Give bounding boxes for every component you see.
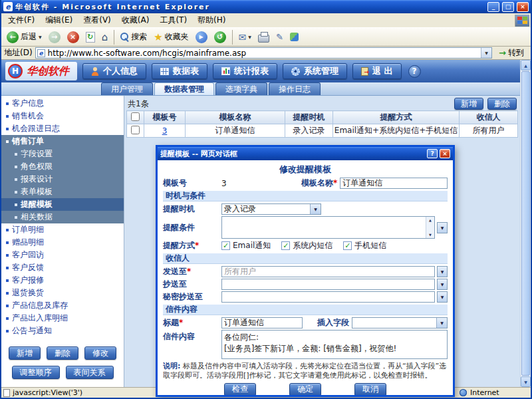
nav-system-admin[interactable]: 系统管理 <box>283 63 347 79</box>
sidebar-item-product-inventory[interactable]: 产品信息及库存 <box>1 299 124 312</box>
check-button[interactable]: 检查 <box>224 383 256 395</box>
send-to-picker-button[interactable]: ▼ <box>437 266 448 277</box>
help-button[interactable]: ? <box>408 65 421 78</box>
address-dropdown-icon[interactable]: ▼ <box>481 48 491 58</box>
menu-favorites[interactable]: 收藏(A) <box>116 13 155 27</box>
back-dropdown-icon[interactable]: ▼ <box>39 35 42 39</box>
dialog-help-button[interactable]: ? <box>427 149 438 158</box>
sidebar-item-field-settings[interactable]: 字段设置 <box>1 148 124 160</box>
sidebar-item-returns[interactable]: 退货换货 <box>1 287 124 299</box>
sidebar-item-reminder-templates[interactable]: 提醒模板 <box>1 198 124 211</box>
sidebar-item-customer-repairs[interactable]: 客户报修 <box>1 274 124 287</box>
sidebar-group-sales-orders[interactable]: 销售订单 <box>1 135 124 148</box>
media-button[interactable]: ▶ <box>193 31 210 44</box>
send-to-input[interactable] <box>221 266 435 277</box>
chevron-down-icon[interactable]: ▼ <box>436 318 447 328</box>
scrollbar-track[interactable] <box>521 70 531 376</box>
mail-body-textarea[interactable]: 各位同仁: [业务员]签下新订单，金额: [销售金额]，祝贺他! <box>221 330 448 359</box>
edit-button[interactable]: ✎ <box>273 31 286 43</box>
menu-help[interactable]: 帮助(H) <box>192 13 231 27</box>
sidebar-item-lead-log[interactable]: 机会跟进日志 <box>1 122 124 135</box>
sidebar-item-related-data[interactable]: 相关数据 <box>1 211 124 223</box>
scroll-down-icon[interactable]: ▼ <box>521 376 531 387</box>
template-name-input[interactable] <box>340 178 448 189</box>
sidebar-reorder-button[interactable]: 调整顺序 <box>12 366 60 379</box>
refresh-button[interactable]: ↻ <box>83 31 98 43</box>
ok-button[interactable]: 确定 <box>289 383 321 395</box>
internal-sms-checkbox[interactable]: ✓ <box>281 241 290 250</box>
row-select-checkbox[interactable] <box>131 126 140 134</box>
sidebar-item-role-permissions[interactable]: 角色权限 <box>1 160 124 173</box>
select-all-checkbox[interactable] <box>131 112 140 121</box>
tab-option-dictionary[interactable]: 选项字典 <box>215 82 267 95</box>
tab-table-management[interactable]: 数据表管理 <box>154 82 214 95</box>
template-id-link[interactable]: 3 <box>162 126 168 136</box>
sidebar-item-customer-feedback[interactable]: 客户反馈 <box>1 261 124 274</box>
internal-sms-checkbox-label[interactable]: 系统内短信 <box>293 240 332 251</box>
menu-tools[interactable]: 工具(T) <box>154 13 192 27</box>
menu-view[interactable]: 查看(V) <box>78 13 116 27</box>
menu-file[interactable]: 文件(F) <box>3 13 40 27</box>
subject-input[interactable] <box>221 317 303 329</box>
nav-data-tables[interactable]: 数据表 <box>152 63 207 79</box>
insert-field-select[interactable]: ▼ <box>352 317 448 329</box>
scroll-down-icon[interactable]: ▼ <box>429 233 432 237</box>
messenger-button[interactable] <box>287 32 301 42</box>
mobile-sms-checkbox-label[interactable]: 手机短信 <box>354 240 386 251</box>
timing-select[interactable]: 录入记录 ▼ <box>221 203 321 215</box>
delete-record-button[interactable]: 删除 <box>487 98 517 110</box>
nav-personal-info[interactable]: 个人信息 <box>82 63 146 79</box>
sidebar-item-stock-movements[interactable]: 产品出入库明细 <box>1 312 124 325</box>
bcc-picker-button[interactable]: ▼ <box>437 291 448 303</box>
back-button[interactable]: ← 后退 ▼ <box>4 31 45 44</box>
minimize-button[interactable]: _ <box>487 2 499 12</box>
email-checkbox[interactable]: ✓ <box>221 241 230 250</box>
print-button[interactable] <box>255 31 272 43</box>
nav-logout[interactable]: 退 出 <box>352 63 402 79</box>
address-input[interactable]: e http://www.hc-software.com/hcgis/mainf… <box>35 47 492 59</box>
scroll-up-icon[interactable]: ▲ <box>429 218 432 222</box>
mobile-sms-checkbox[interactable]: ✓ <box>343 241 352 250</box>
sidebar-item-report-design[interactable]: 报表设计 <box>1 173 124 186</box>
condition-picker-button[interactable]: ▼ <box>437 222 448 233</box>
sidebar-item-gift-details[interactable]: 赠品明细 <box>1 236 124 249</box>
dialog-close-button[interactable]: × <box>440 149 450 158</box>
sidebar-item-order-details[interactable]: 订单明细 <box>1 223 124 236</box>
scroll-up-icon[interactable]: ▲ <box>521 60 531 70</box>
chevron-down-icon[interactable]: ▼ <box>310 204 321 214</box>
condition-textarea[interactable] <box>221 216 435 239</box>
sidebar-item-customer-visits[interactable]: 客户回访 <box>1 249 124 261</box>
scrollbar-thumb[interactable] <box>521 71 530 376</box>
address-url[interactable]: http://www.hc-software.com/hcgis/mainfra… <box>48 49 478 58</box>
cancel-button[interactable]: 取消 <box>354 383 386 395</box>
mail-button[interactable]: ✉ ▼ <box>236 31 254 43</box>
sidebar-add-button[interactable]: 新增 <box>9 346 41 360</box>
sidebar-table-relations-button[interactable]: 表间关系 <box>66 366 114 379</box>
home-button[interactable]: ⌂ <box>99 31 111 44</box>
stop-button[interactable]: × <box>65 31 82 44</box>
tab-user-management[interactable]: 用户管理 <box>101 82 153 95</box>
sidebar-item-announcements[interactable]: 公告与通知 <box>1 325 124 337</box>
sidebar-modify-button[interactable]: 修改 <box>84 346 116 360</box>
cc-picker-button[interactable]: ▼ <box>437 279 448 290</box>
forward-button[interactable]: → <box>46 31 63 44</box>
sidebar-item-sales-leads[interactable]: 销售机会 <box>1 110 124 122</box>
sidebar-item-form-templates[interactable]: 表单模板 <box>1 186 124 198</box>
email-checkbox-label[interactable]: Email通知 <box>233 240 271 251</box>
sidebar-item-customer-info[interactable]: 客户信息 <box>1 97 124 110</box>
go-button[interactable]: → 转到 <box>495 47 528 59</box>
history-button[interactable]: ↺ <box>211 31 229 44</box>
menu-edit[interactable]: 编辑(E) <box>40 13 78 27</box>
page-scrollbar[interactable]: ▲ ▼ <box>520 60 531 387</box>
maximize-button[interactable]: □ <box>502 2 514 12</box>
bcc-input[interactable] <box>221 291 435 303</box>
favorites-button[interactable]: ★ 收藏夹 <box>151 31 191 44</box>
sidebar-delete-button[interactable]: 删除 <box>47 346 78 360</box>
mail-dropdown-icon[interactable]: ▼ <box>248 35 251 39</box>
tab-operation-log[interactable]: 操作日志 <box>269 82 321 95</box>
cc-input[interactable] <box>221 279 435 290</box>
add-record-button[interactable]: 新增 <box>454 98 483 110</box>
close-button[interactable]: × <box>517 2 529 12</box>
search-button[interactable]: 搜索 <box>118 31 150 43</box>
textarea-scrollbar[interactable]: ▲▼ <box>426 217 434 238</box>
